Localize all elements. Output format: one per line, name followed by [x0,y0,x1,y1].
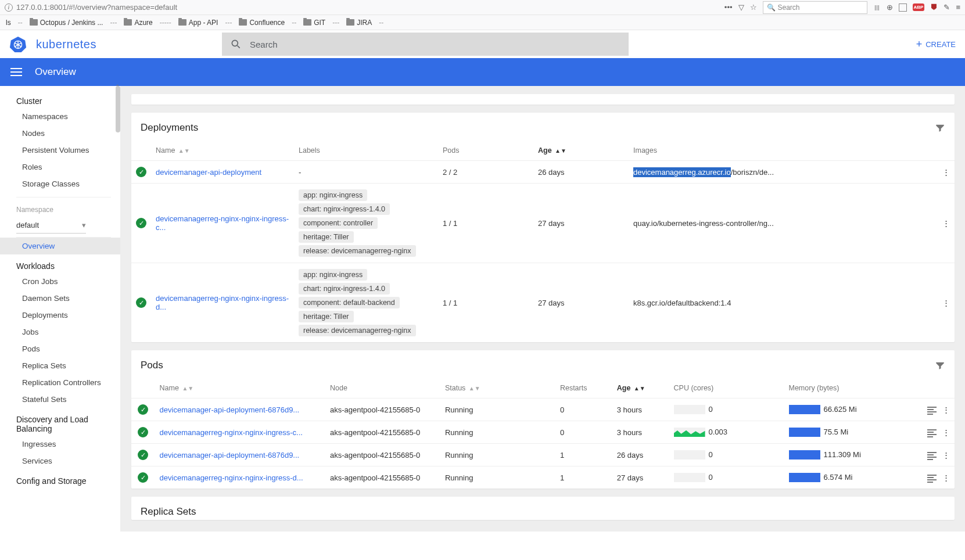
th-mem[interactable]: Memory (bytes) [784,378,906,399]
chevron-down-icon: ▾ [82,221,86,229]
bookmark-item[interactable]: Confluence [235,17,288,28]
th-name[interactable]: Name ▲▼ [151,141,294,161]
create-button[interactable]: + CREATE [916,38,956,51]
th-restarts[interactable]: Restarts [555,378,612,399]
scrollbar-thumb[interactable] [116,86,120,132]
th-labels[interactable]: Labels [294,141,438,161]
cpu-cell: 0 [669,466,784,489]
deployment-link[interactable]: devicemanagerreg-nginx-nginx-ingress-c..… [156,214,289,232]
brand-text[interactable]: kubernetes [36,38,96,51]
sidebar-item-persistent-volumes[interactable]: Persistent Volumes [0,142,120,159]
globe-icon[interactable]: ⊕ [887,3,893,12]
pod-link[interactable]: devicemanagerreg-nginx-nginx-ingress-d..… [160,473,303,482]
row-actions-icon[interactable]: ⋮ [942,473,950,482]
labels-cell: app: nginx-ingresschart: nginx-ingress-1… [294,184,438,263]
image-cell: k8s.gcr.io/defaultbackend:1.4 [629,263,937,343]
sidebar-item-stateful-sets[interactable]: Stateful Sets [0,391,120,408]
folder-icon [303,19,311,26]
namespace-select[interactable]: default ▾ [16,217,86,234]
sidebar-item-ingresses[interactable]: Ingresses [0,436,120,453]
sidebar-item-pods[interactable]: Pods [0,340,120,357]
status-ok-icon: ✓ [136,167,146,177]
deployment-link[interactable]: devicemanagerreg-nginx-nginx-ingress-d..… [156,294,289,311]
logs-icon[interactable] [927,429,937,436]
search-icon [230,38,242,50]
logs-icon[interactable] [927,475,937,482]
pod-link[interactable]: devicemanagerreg-nginx-nginx-ingress-c..… [160,428,303,437]
memory-bar [789,428,820,437]
th-cpu[interactable]: CPU (cores) [669,378,784,399]
picker-icon[interactable]: ✎ [944,3,950,12]
bookmark-item[interactable]: App - API [175,17,222,28]
abp-icon[interactable]: ABP [913,3,925,11]
row-actions-icon[interactable]: ⋮ [937,263,955,343]
sidebar-item-daemon-sets[interactable]: Daemon Sets [0,290,120,307]
plus-icon: + [916,38,923,51]
deployments-table: Name ▲▼ Labels Pods Age ▲▼ Images ✓devic… [131,141,955,342]
create-label: CREATE [925,40,956,49]
th-node[interactable]: Node [325,378,440,399]
row-actions-icon[interactable]: ⋮ [942,405,950,414]
sidebar-item-roles[interactable]: Roles [0,159,120,175]
row-actions-icon[interactable]: ⋮ [942,428,950,437]
menu-toggle-icon[interactable] [10,68,22,76]
th-images[interactable]: Images [629,141,937,161]
cpu-sparkline [674,428,705,437]
row-actions-icon[interactable]: ⋮ [942,451,950,460]
sort-icon: ▲▼ [555,148,566,154]
sidebar-item-replication-controllers[interactable]: Replication Controllers [0,374,120,391]
th-pods[interactable]: Pods [438,141,533,161]
more-icon[interactable]: ••• [724,3,733,12]
sidebar-icon[interactable] [899,3,907,12]
th-age[interactable]: Age ▲▼ [612,378,669,399]
info-icon[interactable]: i [5,3,13,12]
th-age[interactable]: Age ▲▼ [533,141,629,161]
th-name[interactable]: Name ▲▼ [155,378,325,399]
bookmark-item[interactable]: ls [2,17,15,28]
deployment-link[interactable]: devicemanager-api-deployment [156,168,261,177]
memory-bar [789,450,820,460]
sidebar-item-namespaces[interactable]: Namespaces [0,108,120,125]
status-cell: Running [440,466,555,489]
sidebar-section-discovery: Discovery and Load Balancing [0,408,120,436]
reader-icon[interactable]: ▽ [738,3,744,12]
star-icon[interactable]: ☆ [750,3,757,12]
table-row: ✓devicemanager-api-deployment-6876d9...a… [131,399,955,421]
filter-icon[interactable] [935,360,945,371]
bookmark-item[interactable]: Azure [120,17,156,28]
status-ok-icon: ✓ [136,297,146,308]
menu-icon[interactable]: ≡ [956,3,960,12]
status-ok-icon: ✓ [138,450,148,460]
shield-icon[interactable]: ⛊ [930,3,938,12]
sidebar-item-services[interactable]: Services [0,453,120,469]
bookmark-item[interactable]: Octopus / Jenkins ... [26,17,107,28]
label-chip: component: controller [299,217,378,229]
th-status[interactable]: Status ▲▼ [440,378,555,399]
sidebar-item-replica-sets[interactable]: Replica Sets [0,357,120,374]
row-actions-icon[interactable]: ⋮ [937,161,955,184]
url-text[interactable]: 127.0.0.1:8001/#!/overview?namespace=def… [16,3,721,12]
browser-search[interactable]: 🔍 Search [763,1,867,14]
sidebar-item-cron-jobs[interactable]: Cron Jobs [0,273,120,290]
pods-table: Name ▲▼ Node Status ▲▼ Restarts Age ▲▼ C… [131,378,955,489]
pod-link[interactable]: devicemanager-api-deployment-6876d9... [160,405,300,414]
bookmark-item[interactable]: JIRA [343,17,375,28]
sidebar-item-jobs[interactable]: Jobs [0,324,120,340]
logs-icon[interactable] [927,407,937,414]
pod-link[interactable]: devicemanager-api-deployment-6876d9... [160,451,300,460]
row-actions-icon[interactable]: ⋮ [937,184,955,263]
bookmark-item[interactable]: GIT [300,17,329,28]
label-chip: app: nginx-ingress [299,269,367,281]
restarts-cell: 1 [555,444,612,466]
sidebar-item-storage-classes[interactable]: Storage Classes [0,175,120,192]
filter-icon[interactable] [935,123,945,133]
logs-icon[interactable] [927,452,937,459]
table-row: ✓devicemanagerreg-nginx-nginx-ingress-c.… [131,184,955,263]
sidebar-item-nodes[interactable]: Nodes [0,125,120,142]
sidebar-item-overview[interactable]: Overview [0,238,120,254]
kubernetes-logo-icon[interactable] [9,35,27,53]
age-cell: 27 days [533,263,629,343]
sidebar-item-deployments[interactable]: Deployments [0,307,120,324]
library-icon[interactable]: ⫼ [873,3,881,12]
app-search[interactable]: Search [222,33,629,56]
